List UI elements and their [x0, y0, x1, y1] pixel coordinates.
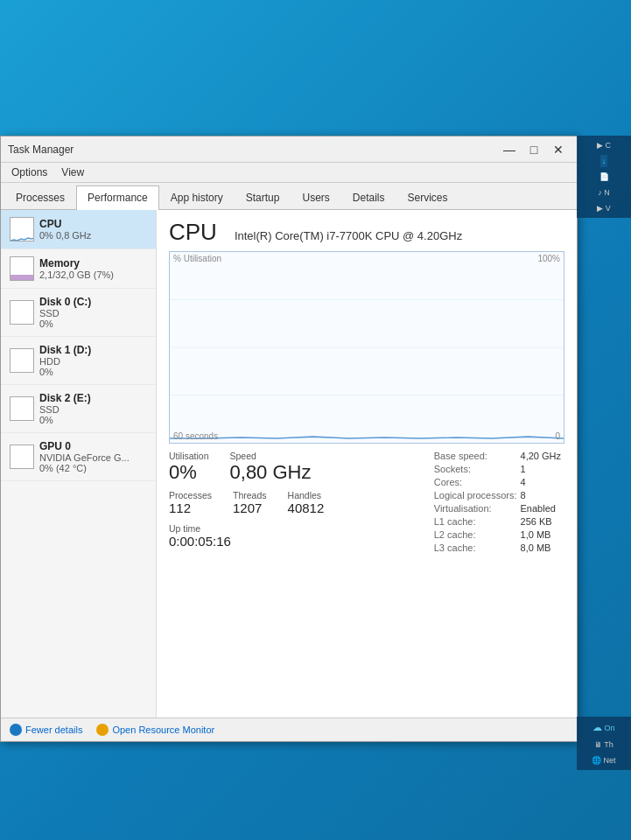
chart-y-zero: 0: [555, 431, 560, 441]
th-icon: 🖥: [594, 740, 602, 749]
sidebar-item-cpu[interactable]: CPU 0% 0,8 GHz: [1, 210, 156, 249]
tab-users[interactable]: Users: [291, 186, 340, 209]
bottom-bar: Fewer details Open Resource Monitor: [1, 718, 577, 741]
threads-label: Threads: [233, 490, 267, 500]
cpu-chart: % Utilisation 100% 60 seconds 0: [169, 251, 564, 444]
fewer-details-icon: [10, 724, 22, 736]
stats-grid: Utilisation 0% Speed 0,80 GHz Processes …: [169, 449, 564, 554]
taskbar-right-item3[interactable]: ♪ N: [596, 186, 612, 199]
threads-value: 1207: [233, 501, 267, 516]
base-speed-value: 4,20 GHz: [521, 449, 564, 462]
cores-label: Cores:: [434, 475, 521, 488]
tab-services[interactable]: Services: [396, 186, 459, 209]
memory-label: Memory: [39, 257, 114, 270]
disk1-label: Disk 1 (D:): [39, 344, 91, 356]
open-resource-monitor-link[interactable]: Open Resource Monitor: [96, 724, 214, 736]
close-button[interactable]: ✕: [547, 141, 570, 158]
gpu0-mini-graph: [10, 444, 34, 469]
sidebar: CPU 0% 0,8 GHz Memory 2,1/32,0 GB (7%): [1, 210, 157, 718]
memory-usage: 2,1/32,0 GB (7%): [39, 270, 114, 280]
fewer-details-label: Fewer details: [25, 724, 82, 735]
taskbar-bottom-panel: ☁ On 🖥 Th 🌐 Net: [577, 717, 631, 770]
window-controls: — □ ✕: [498, 141, 570, 158]
logical-label: Logical processors:: [434, 488, 521, 501]
chart-y-label: % Utilisation: [173, 254, 221, 263]
net-icon: 🌐: [592, 756, 601, 765]
uptime-value: 0:00:05:16: [169, 535, 417, 550]
taskbar-right-item2[interactable]: 📄: [598, 171, 611, 183]
tab-details[interactable]: Details: [341, 186, 396, 209]
handles-value: 40812: [288, 501, 325, 516]
disk1-mini-graph: [10, 348, 34, 373]
taskbar-right-item1[interactable]: ↓: [600, 155, 608, 167]
base-speed-label: Base speed:: [434, 449, 521, 462]
cpu-label: CPU: [39, 218, 91, 230]
processes-label: Processes: [169, 490, 212, 500]
speed-stat: Speed 0,80 GHz: [230, 451, 312, 483]
disk1-type: HDD: [39, 356, 91, 367]
taskbar-onedrive[interactable]: ☁ On: [591, 720, 616, 735]
menu-view[interactable]: View: [56, 164, 89, 180]
disk2-label: Disk 2 (E:): [39, 392, 91, 404]
maximize-button[interactable]: □: [522, 141, 545, 158]
specs-panel: Base speed: 4,20 GHz Sockets: 1 Cores: 4: [434, 449, 564, 554]
l3-value: 8,0 MB: [521, 541, 564, 554]
taskbar-item-th[interactable]: 🖥 Th: [592, 738, 615, 751]
disk2-type: SSD: [39, 404, 91, 415]
disk2-usage: 0%: [39, 415, 91, 425]
uptime-stat: Up time 0:00:05:16: [169, 523, 417, 550]
gpu0-label: GPU 0: [39, 440, 130, 452]
cpu-usage: 0% 0,8 GHz: [39, 230, 91, 241]
disk0-mini-graph: [10, 300, 34, 325]
tab-app-history[interactable]: App history: [159, 186, 235, 209]
utilisation-stat: Utilisation 0%: [169, 451, 209, 483]
logical-value: 8: [521, 488, 564, 501]
speed-value: 0,80 GHz: [230, 462, 312, 483]
content-area: CPU 0% 0,8 GHz Memory 2,1/32,0 GB (7%): [1, 210, 577, 718]
processes-row: Processes 112 Threads 1207 Handles 40812: [169, 490, 417, 516]
utilisation-value: 0%: [169, 462, 209, 483]
tab-bar: Processes Performance App history Startu…: [1, 183, 577, 210]
disk0-type: SSD: [39, 308, 91, 318]
sockets-value: 1: [521, 462, 564, 475]
disk0-label: Disk 0 (C:): [39, 296, 91, 308]
th-label: Th: [604, 740, 613, 749]
l3-label: L3 cache:: [434, 541, 521, 554]
sidebar-item-disk2[interactable]: Disk 2 (E:) SSD 0%: [1, 385, 156, 433]
handles-label: Handles: [288, 490, 325, 500]
taskbar-item-net[interactable]: 🌐 Net: [590, 754, 617, 766]
onedrive-label: On: [604, 724, 614, 732]
sockets-label: Sockets:: [434, 462, 521, 475]
disk2-mini-graph: [10, 396, 34, 421]
open-resource-monitor-label: Open Resource Monitor: [112, 724, 214, 735]
svg-rect-0: [11, 275, 34, 281]
sidebar-item-memory[interactable]: Memory 2,1/32,0 GB (7%): [1, 249, 156, 289]
virt-value: Enabled: [521, 501, 564, 514]
taskbar-right-item4[interactable]: ▶ V: [595, 202, 613, 214]
processes-value: 112: [169, 501, 212, 516]
tab-performance[interactable]: Performance: [76, 186, 159, 210]
handles-stat: Handles 40812: [288, 490, 325, 516]
uptime-label: Up time: [169, 523, 417, 534]
fewer-details-link[interactable]: Fewer details: [10, 724, 82, 736]
minimize-button[interactable]: —: [498, 141, 521, 158]
sidebar-item-disk1[interactable]: Disk 1 (D:) HDD 0%: [1, 337, 156, 385]
tab-processes[interactable]: Processes: [4, 186, 76, 209]
main-panel: CPU Intel(R) Core(TM) i7-7700K CPU @ 4.2…: [157, 210, 577, 718]
sidebar-item-disk0[interactable]: Disk 0 (C:) SSD 0%: [1, 289, 156, 337]
memory-mini-graph: [10, 256, 34, 281]
cpu-model: Intel(R) Core(TM) i7-7700K CPU @ 4.20GHz: [235, 229, 462, 242]
specs-table: Base speed: 4,20 GHz Sockets: 1 Cores: 4: [434, 449, 564, 554]
sidebar-item-gpu0[interactable]: GPU 0 NVIDIA GeForce G... 0% (42 °C): [1, 433, 156, 481]
disk0-usage: 0%: [39, 318, 91, 329]
tab-startup[interactable]: Startup: [235, 186, 291, 209]
title-bar: Task Manager — □ ✕: [1, 136, 577, 163]
net-label: Net: [603, 756, 615, 765]
speed-label: Speed: [230, 451, 312, 461]
resource-monitor-icon: [96, 724, 109, 736]
chart-svg: [170, 252, 564, 443]
taskbar-right-label: ▶ C: [595, 139, 613, 151]
gpu0-name: NVIDIA GeForce G...: [39, 452, 130, 463]
menu-options[interactable]: Options: [6, 164, 53, 180]
l2-value: 1,0 MB: [521, 528, 564, 541]
